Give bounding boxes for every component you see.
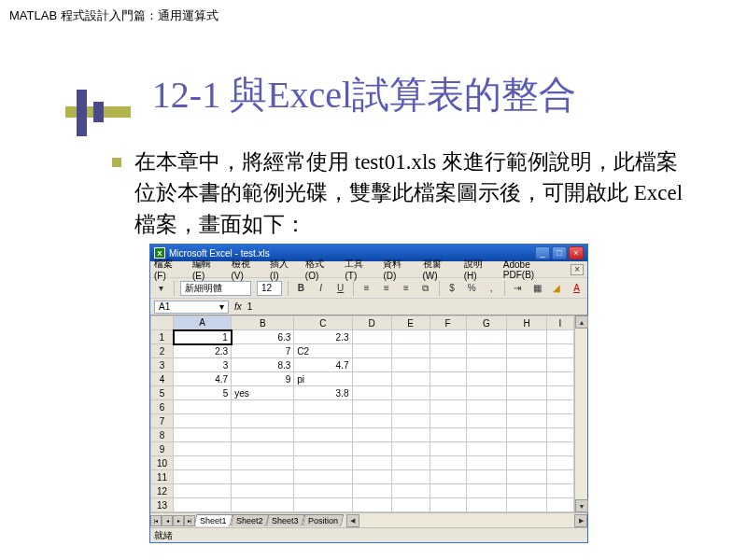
cell[interactable] <box>466 498 507 512</box>
cell[interactable] <box>507 344 546 358</box>
cell[interactable] <box>507 498 546 512</box>
cell[interactable]: 2.3 <box>294 330 352 344</box>
cell[interactable]: 3 <box>174 358 232 372</box>
cell[interactable] <box>546 330 573 344</box>
cell[interactable] <box>430 456 466 470</box>
cell[interactable] <box>352 428 391 442</box>
cell[interactable] <box>430 414 466 428</box>
cell[interactable] <box>507 442 546 456</box>
cell[interactable] <box>352 442 391 456</box>
col-header-C[interactable]: C <box>294 316 352 330</box>
menu-help[interactable]: 說明(H) <box>464 258 495 281</box>
cell[interactable] <box>391 428 430 442</box>
close-button[interactable]: × <box>569 246 584 259</box>
col-header-G[interactable]: G <box>466 316 507 330</box>
cell[interactable] <box>466 442 507 456</box>
cell[interactable] <box>294 442 352 456</box>
cell[interactable] <box>466 372 507 386</box>
cell[interactable] <box>174 442 232 456</box>
cell[interactable] <box>546 372 573 386</box>
row-header[interactable]: 7 <box>151 414 174 428</box>
cell[interactable] <box>507 372 546 386</box>
cell[interactable] <box>294 484 352 498</box>
cell[interactable] <box>430 358 466 372</box>
cell[interactable] <box>546 442 573 456</box>
cell[interactable]: pi <box>294 372 352 386</box>
cell[interactable] <box>352 414 391 428</box>
select-all-corner[interactable] <box>151 316 174 330</box>
workbook-close-button[interactable]: × <box>571 264 584 275</box>
row-header[interactable]: 11 <box>151 470 174 484</box>
cell[interactable] <box>466 330 507 344</box>
tab-nav-next[interactable]: ▸ <box>173 515 184 526</box>
cell[interactable] <box>391 498 430 512</box>
cell[interactable] <box>466 400 507 414</box>
cell[interactable] <box>507 400 546 414</box>
cell[interactable] <box>391 484 430 498</box>
cell[interactable] <box>174 456 232 470</box>
cell[interactable] <box>391 344 430 358</box>
cell[interactable] <box>174 414 232 428</box>
minimize-button[interactable]: _ <box>535 246 550 259</box>
cell[interactable] <box>391 386 430 400</box>
cell[interactable] <box>430 386 466 400</box>
align-center-button[interactable]: ≡ <box>379 281 393 296</box>
cell[interactable] <box>430 428 466 442</box>
font-color-button[interactable]: A <box>570 281 584 296</box>
cell[interactable] <box>352 456 391 470</box>
row-header[interactable]: 12 <box>151 484 174 498</box>
currency-button[interactable]: $ <box>444 281 458 296</box>
cell[interactable] <box>391 330 430 344</box>
cell[interactable] <box>232 470 294 484</box>
cell[interactable] <box>546 498 573 512</box>
cell[interactable] <box>391 456 430 470</box>
cell[interactable] <box>466 358 507 372</box>
cell[interactable] <box>294 498 352 512</box>
cell[interactable] <box>430 400 466 414</box>
spreadsheet-grid[interactable]: A B C D E F G H I 116.32.322.37C2338.34.… <box>150 315 574 512</box>
merge-button[interactable]: ⧉ <box>418 281 432 296</box>
menu-window[interactable]: 視窗(W) <box>423 258 456 281</box>
cell[interactable]: yes <box>232 386 294 400</box>
cell[interactable] <box>174 428 232 442</box>
cell[interactable] <box>352 484 391 498</box>
cell[interactable] <box>546 344 573 358</box>
italic-button[interactable]: I <box>314 281 328 296</box>
cell[interactable]: 5 <box>174 386 232 400</box>
menu-edit[interactable]: 編輯(E) <box>192 258 223 281</box>
cell[interactable]: 1 <box>174 330 232 344</box>
cell[interactable] <box>507 330 546 344</box>
cell[interactable] <box>430 344 466 358</box>
cell[interactable] <box>294 470 352 484</box>
cell[interactable] <box>352 470 391 484</box>
cell[interactable]: 9 <box>232 372 294 386</box>
scroll-right-icon[interactable]: ▶ <box>574 514 587 527</box>
col-header-E[interactable]: E <box>391 316 430 330</box>
menu-tools[interactable]: 工具(T) <box>345 258 374 281</box>
cell[interactable] <box>507 414 546 428</box>
cell[interactable] <box>466 428 507 442</box>
col-header-D[interactable]: D <box>352 316 391 330</box>
cell[interactable] <box>546 456 573 470</box>
cell[interactable] <box>352 400 391 414</box>
cell[interactable] <box>174 470 232 484</box>
cell[interactable] <box>174 484 232 498</box>
fill-color-button[interactable]: ◢ <box>550 281 564 296</box>
indent-button[interactable]: ⇥ <box>511 281 525 296</box>
cell[interactable]: 6.3 <box>232 330 294 344</box>
borders-button[interactable]: ▦ <box>530 281 544 296</box>
cell[interactable] <box>174 498 232 512</box>
cell[interactable] <box>232 442 294 456</box>
maximize-button[interactable]: □ <box>552 246 567 259</box>
cell[interactable] <box>546 358 573 372</box>
row-header[interactable]: 9 <box>151 442 174 456</box>
cell[interactable] <box>232 400 294 414</box>
row-header[interactable]: 4 <box>151 372 174 386</box>
row-header[interactable]: 5 <box>151 386 174 400</box>
cell[interactable] <box>507 358 546 372</box>
cell[interactable] <box>352 358 391 372</box>
cell[interactable] <box>391 414 430 428</box>
percent-button[interactable]: % <box>465 281 479 296</box>
cell[interactable] <box>466 414 507 428</box>
horizontal-scrollbar[interactable]: ◀ ▶ <box>346 514 587 527</box>
